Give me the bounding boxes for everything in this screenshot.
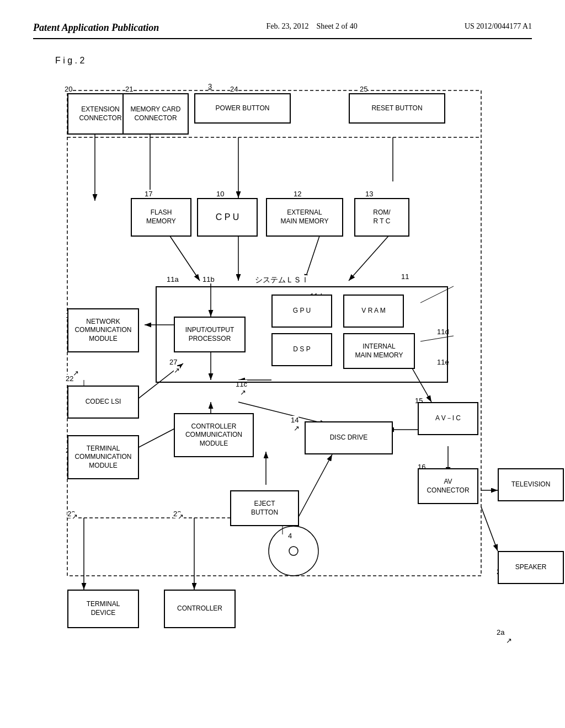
memory-card-connector-box: MEMORY CARDCONNECTOR: [122, 93, 189, 135]
terminal-device-box: TERMINALDEVICE: [67, 590, 139, 628]
ref-14-label: 14: [291, 416, 299, 424]
speaker-box: SPEAKER: [498, 551, 564, 584]
iop-box: INPUT/OUTPUTPROCESSOR: [174, 317, 246, 352]
page-header: Patent Application Publication Feb. 23, …: [33, 22, 532, 39]
vram-box: V R A M: [343, 295, 404, 328]
ref-3: 3: [208, 82, 212, 90]
ref-2a: 2a: [497, 628, 504, 636]
svg-line-41: [481, 507, 498, 551]
ref-13: 13: [365, 190, 373, 198]
ref-11c-arrow: ↗: [240, 388, 246, 397]
av-connector-box: AVCONNECTOR: [418, 468, 478, 504]
diagram: 20 21 3 24 25 17 10 12 13 11a 11b システムＬＳ…: [34, 71, 531, 678]
svg-line-12: [167, 231, 200, 281]
codec-lsi-box: CODEC LSI: [67, 386, 139, 419]
publication-number: US 2012/0044177 A1: [465, 22, 532, 31]
ref-22-arrow: ↗: [73, 369, 79, 377]
ref-14-arrow: ↗: [294, 424, 300, 432]
ref-17: 17: [145, 190, 152, 198]
ref-29-arrow: ↗: [72, 512, 78, 521]
ref-24: 24: [230, 85, 238, 93]
controller-box: CONTROLLER: [164, 590, 236, 628]
ref-20: 20: [65, 85, 72, 93]
dsp-box: D S P: [271, 333, 332, 366]
ref-11b: 11b: [202, 275, 215, 283]
publication-label: Patent Application Publication: [33, 22, 159, 34]
cpu-box: C P U: [197, 198, 258, 237]
flash-memory-box: FLASHMEMORY: [131, 198, 191, 237]
gpu-box: G P U: [271, 295, 332, 328]
television-box: TELEVISION: [498, 468, 564, 501]
publication-date: Feb. 23, 2012 Sheet 2 of 40: [266, 22, 357, 31]
av-ic-box: A V－I C: [418, 402, 478, 435]
reset-button-box: RESET BUTTON: [349, 93, 445, 124]
rom-rtc-box: ROM/R T C: [354, 198, 409, 237]
power-button-box: POWER BUTTON: [194, 93, 291, 124]
svg-line-16: [349, 231, 393, 281]
system-lsi-label: システムＬＳＩ: [255, 275, 309, 285]
terminal-communication-box: TERMINALCOMMUNICATIONMODULE: [67, 435, 139, 479]
svg-point-35: [289, 547, 298, 555]
internal-main-memory-box: INTERNALMAIN MEMORY: [343, 333, 415, 369]
ref-2a-arrow: ↗: [506, 636, 512, 645]
figure-label: F i g . 2: [55, 56, 532, 66]
svg-line-42: [294, 454, 332, 526]
eject-button-box: EJECTBUTTON: [230, 490, 299, 526]
ref-10: 10: [216, 190, 224, 198]
svg-point-34: [269, 526, 318, 576]
ref-21: 21: [125, 85, 133, 93]
svg-line-15: [305, 231, 321, 281]
ref-25: 25: [360, 85, 367, 93]
ref-11a: 11a: [167, 275, 179, 283]
ref-11: 11: [401, 272, 409, 281]
ref-12: 12: [294, 190, 301, 198]
ref-23-arrow: ↗: [178, 512, 184, 521]
controller-communication-box: CONTROLLERCOMMUNICATIONMODULE: [174, 413, 254, 457]
network-communication-box: NETWORKCOMMUNICATIONMODULE: [67, 308, 139, 352]
disc-drive-box: DISC DRIVE: [305, 421, 393, 454]
ref-4: 4: [288, 532, 292, 540]
page: Patent Application Publication Feb. 23, …: [0, 0, 565, 728]
external-main-memory-box: EXTERNALMAIN MEMORY: [266, 198, 343, 237]
